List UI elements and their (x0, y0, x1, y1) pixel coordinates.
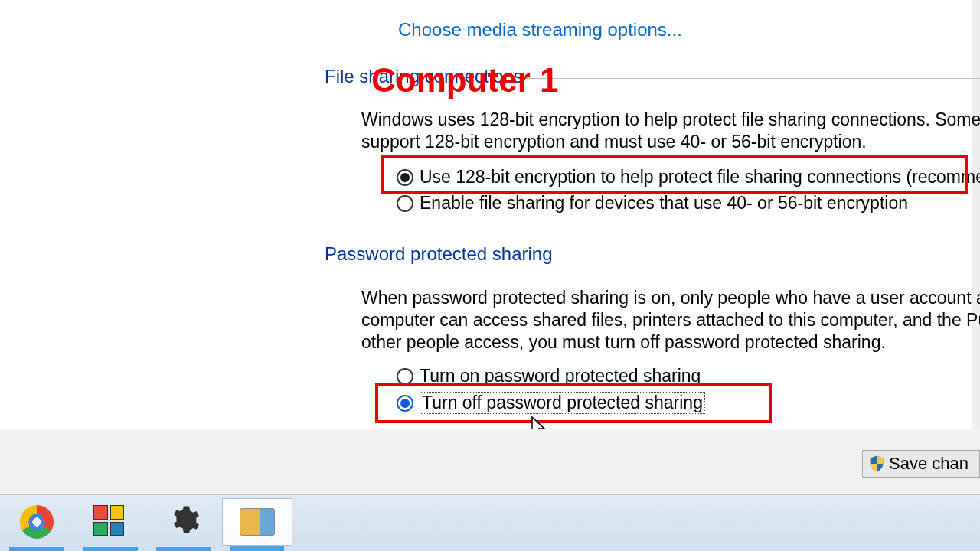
password-sharing-heading: Password protected sharing (325, 243, 553, 265)
radio-indicator (397, 395, 413, 412)
radio-turn-on-password-sharing[interactable]: Turn on password protected sharing (397, 366, 701, 386)
file-sharing-description: Windows uses 128-bit encryption to help … (361, 109, 980, 153)
divider (545, 256, 980, 256)
divider (521, 78, 980, 79)
text-line: other people access, you must turn off p… (361, 332, 886, 352)
taskbar-chrome[interactable] (2, 498, 72, 546)
radio-40-56bit-encryption[interactable]: Enable file sharing for devices that use… (397, 193, 908, 214)
control-panel-icon (240, 508, 275, 536)
radio-turn-off-password-sharing[interactable]: Turn off password protected sharing (397, 392, 705, 414)
taskbar (0, 494, 980, 551)
radio-label: Enable file sharing for devices that use… (420, 193, 908, 214)
radio-indicator (397, 169, 413, 186)
radio-label: Turn on password protected sharing (420, 366, 701, 386)
taskbar-settings[interactable] (149, 498, 219, 546)
text-line: computer can access shared files, printe… (361, 310, 980, 330)
chrome-icon (20, 505, 54, 539)
button-label: Save chan (889, 454, 969, 474)
media-streaming-link[interactable]: Choose media streaming options... (398, 19, 682, 41)
taskbar-control-panel[interactable] (222, 498, 292, 546)
file-sharing-heading: File sharing connections (325, 66, 523, 87)
tiles-icon (93, 505, 124, 536)
radio-128bit-encryption[interactable]: Use 128-bit encryption to help protect f… (397, 167, 980, 187)
settings-content: Choose media streaming options... File s… (0, 0, 980, 429)
text-line: support 128-bit encryption and must use … (361, 132, 867, 152)
radio-indicator (397, 195, 413, 212)
password-sharing-description: When password protected sharing is on, o… (361, 287, 980, 353)
uac-shield-icon (869, 455, 884, 472)
radio-label: Turn off password protected sharing (420, 392, 705, 414)
radio-label: Use 128-bit encryption to help protect f… (420, 167, 980, 187)
vertical-scrollbar[interactable] (972, 0, 980, 429)
radio-indicator (397, 368, 413, 385)
save-changes-button[interactable]: Save chan (862, 450, 980, 478)
gear-icon (168, 504, 200, 540)
text-line: When password protected sharing is on, o… (361, 288, 980, 308)
dialog-footer (0, 429, 980, 494)
taskbar-app-tiles[interactable] (75, 498, 145, 546)
text-line: Windows uses 128-bit encryption to help … (361, 109, 980, 129)
